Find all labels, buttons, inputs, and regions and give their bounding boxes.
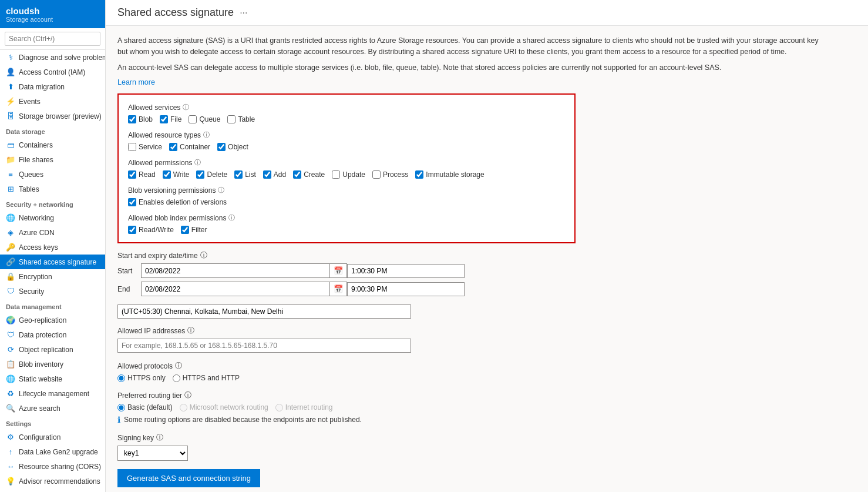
sidebar-item-label: Static website [19,375,62,383]
sidebar-item-azure-search[interactable]: 🔍 Azure search [0,401,105,416]
sidebar-item-queues[interactable]: ≡ Queues [0,167,105,182]
object-checkbox[interactable] [217,143,226,151]
table-checkbox[interactable] [227,115,235,123]
routing-info-icon[interactable]: ⓘ [184,390,191,400]
perm-readwrite[interactable]: Read/Write [128,226,174,234]
blob-index-info-icon[interactable]: ⓘ [228,213,235,222]
sidebar-item-label: Data protection [19,331,66,339]
sidebar-item-object-replication[interactable]: ⟳ Object replication [0,342,105,357]
perm-add[interactable]: Add [263,170,286,179]
routing-basic[interactable]: Basic (default) [117,403,173,411]
queue-checkbox[interactable] [189,115,197,123]
resource-service[interactable]: Service [128,143,162,151]
end-date-input[interactable] [142,283,329,296]
sidebar-item-endpoints[interactable]: ⊡ Endpoints [0,488,105,492]
sidebar-item-security[interactable]: 🛡 Security [0,284,105,299]
perm-read[interactable]: Read [128,170,156,179]
allowed-services-info-icon[interactable]: ⓘ [183,103,189,112]
allowed-ip-info-icon[interactable]: ⓘ [187,326,194,336]
start-label: Start [117,267,141,275]
sidebar-item-advisor[interactable]: 💡 Advisor recommendations [0,474,105,488]
sidebar-item-file-shares[interactable]: 📁 File shares [0,152,105,167]
start-calendar-icon[interactable]: 📅 [329,264,346,277]
service-file[interactable]: File [160,115,181,123]
sidebar-item-access-keys[interactable]: 🔑 Access keys [0,240,105,255]
more-options-icon[interactable]: ··· [240,8,247,18]
resource-object[interactable]: Object [217,143,248,151]
sidebar-item-configuration[interactable]: ⚙ Configuration [0,430,105,444]
sidebar-item-diagnose[interactable]: ⚕ Diagnose and solve problems [0,50,105,65]
blob-index-label: Allowed blob index permissions ⓘ [128,213,565,222]
blob-checkbox[interactable] [128,115,136,123]
perm-enables-deletion[interactable]: Enables deletion of versions [128,198,227,206]
sidebar-item-resource-sharing[interactable]: ↔ Resource sharing (CORS) [0,459,105,474]
timezone-input[interactable] [117,304,411,319]
perm-list[interactable]: List [234,170,256,179]
allowed-ip-label: Allowed IP addresses ⓘ [117,326,856,336]
start-date-input-wrap: 📅 [141,263,347,278]
service-blob[interactable]: Blob [128,115,153,123]
sidebar-item-blob-inventory[interactable]: 📋 Blob inventory [0,357,105,371]
allowed-protocols-info-icon[interactable]: ⓘ [175,361,182,371]
perm-delete[interactable]: Delete [196,170,227,179]
logo-text: cloudsh [6,6,53,16]
lifecycle-icon: ♻ [6,389,15,398]
sidebar-item-geo-replication[interactable]: 🌍 Geo-replication [0,313,105,327]
search-input[interactable] [5,32,100,46]
service-table[interactable]: Table [227,115,255,123]
sidebar-item-azure-cdn[interactable]: ◈ Azure CDN [0,225,105,240]
perm-filter[interactable]: Filter [181,226,207,234]
queues-icon: ≡ [6,170,15,179]
perm-write[interactable]: Write [163,170,190,179]
learn-more-link[interactable]: Learn more [117,78,155,86]
perm-create[interactable]: Create [293,170,325,179]
sidebar-item-shared-access[interactable]: 🔗 Shared access signature [0,255,105,269]
signing-key-info-icon[interactable]: ⓘ [156,433,163,443]
blob-versioning-info-icon[interactable]: ⓘ [218,186,224,195]
sidebar-item-data-lake[interactable]: ↑ Data Lake Gen2 upgrade [0,444,105,459]
service-checkbox[interactable] [128,143,136,151]
protocol-https-http[interactable]: HTTPS and HTTP [173,374,240,382]
ip-input[interactable] [117,339,411,353]
sidebar-item-static-website[interactable]: 🌐 Static website [0,371,105,386]
sidebar-item-label: Data migration [19,83,65,91]
file-checkbox[interactable] [160,115,168,123]
generate-sas-button[interactable]: Generate SAS and connection string [117,469,260,487]
end-calendar-icon[interactable]: 📅 [329,282,346,296]
perm-process[interactable]: Process [372,170,408,179]
start-time-input[interactable] [347,264,465,278]
start-expiry-info-icon[interactable]: ⓘ [200,250,207,260]
sidebar-item-label: Tables [19,185,39,193]
container-checkbox[interactable] [169,143,177,151]
section-header-security: Security + networking [0,196,105,210]
sidebar-item-label: Access Control (IAM) [19,68,85,76]
sidebar-item-events[interactable]: ⚡ Events [0,94,105,109]
access-keys-icon: 🔑 [6,243,15,252]
start-date-input[interactable] [142,265,329,277]
end-time-input[interactable] [347,282,465,296]
data-protection-icon: 🛡 [6,330,15,339]
sidebar-item-lifecycle-management[interactable]: ♻ Lifecycle management [0,386,105,401]
service-queue[interactable]: Queue [189,115,220,123]
signing-key-select[interactable]: key1 key2 [117,446,188,461]
resource-types-info-icon[interactable]: ⓘ [203,130,210,139]
sidebar-item-data-migration[interactable]: ⬆ Data migration [0,79,105,94]
sidebar-item-encryption[interactable]: 🔒 Encryption [0,269,105,284]
protocol-https-only[interactable]: HTTPS only [117,374,166,382]
perm-update[interactable]: Update [332,170,365,179]
sidebar-item-label: Shared access signature [19,258,96,266]
routing-note-icon: ℹ [117,415,120,424]
perm-immutable[interactable]: Immutable storage [415,170,484,179]
end-label: End [117,285,141,293]
sidebar-item-access-control[interactable]: 👤 Access Control (IAM) [0,65,105,79]
sidebar-item-tables[interactable]: ⊞ Tables [0,182,105,196]
sidebar-item-label: Resource sharing (CORS) [19,463,101,471]
sidebar-item-networking[interactable]: 🌐 Networking [0,210,105,225]
sidebar-item-containers[interactable]: 🗃 Containers [0,138,105,152]
sidebar-item-data-protection[interactable]: 🛡 Data protection [0,327,105,342]
sidebar-item-storage-browser[interactable]: 🗄 Storage browser (preview) [0,109,105,123]
permissions-info-icon[interactable]: ⓘ [194,158,201,167]
resource-types-checkboxes: Service Container Object [128,143,565,151]
blob-inventory-icon: 📋 [6,360,15,369]
resource-container[interactable]: Container [169,143,210,151]
